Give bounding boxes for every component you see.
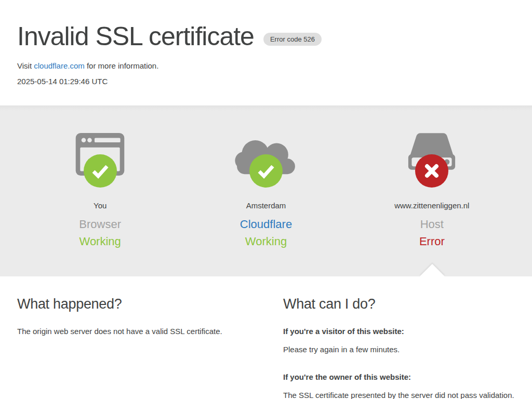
- explanation-section: What happened? The origin web server doe…: [0, 276, 532, 399]
- visit-info-line: Visit cloudflare.com for more informatio…: [17, 61, 515, 70]
- what-happened-heading: What happened?: [17, 296, 249, 312]
- x-icon: [415, 154, 448, 188]
- what-can-i-do-column: What can I do? If you're a visitor of th…: [283, 296, 515, 399]
- error-code-badge: Error code 526: [263, 33, 322, 46]
- status-column-browser: You Browser Working: [17, 105, 183, 248]
- visit-suffix: for more information.: [85, 61, 159, 70]
- what-happened-body: The origin web server does not have a va…: [17, 326, 249, 338]
- status-label: You: [17, 201, 183, 210]
- visitor-subheading: If you're a visitor of this website:: [283, 326, 515, 338]
- visit-prefix: Visit: [17, 61, 34, 70]
- cloudflare-status-link[interactable]: Cloudflare: [240, 218, 292, 231]
- page-title: Invalid SSL certificate: [17, 22, 254, 51]
- what-happened-column: What happened? The origin web server doe…: [17, 296, 249, 399]
- check-icon: [249, 154, 283, 188]
- error-page-header: Invalid SSL certificate Error code 526 V…: [17, 0, 515, 86]
- status-label: www.zittenenliggen.nl: [349, 201, 515, 210]
- timestamp: 2025-05-14 01:29:46 UTC: [17, 77, 515, 86]
- status-name: Browser: [17, 218, 183, 231]
- check-icon: [84, 154, 117, 188]
- owner-subheading: If you're the owner of this website:: [283, 371, 515, 383]
- status-label: Amsterdam: [183, 201, 349, 210]
- status-state: Working: [183, 235, 349, 248]
- visitor-body: Please try again in a few minutes.: [283, 344, 515, 356]
- status-name: Host: [349, 218, 515, 231]
- status-column-cloudflare: Amsterdam Cloudflare Working: [183, 105, 349, 248]
- owner-body: The SSL certificate presented by the ser…: [283, 390, 515, 399]
- status-state: Working: [17, 235, 183, 248]
- cloudflare-link[interactable]: cloudflare.com: [34, 61, 85, 70]
- status-band: You Browser Working Amste: [0, 105, 532, 276]
- status-state: Error: [349, 235, 515, 248]
- what-can-i-do-heading: What can I do?: [283, 296, 515, 312]
- status-column-host: www.zittenenliggen.nl Host Error: [349, 105, 515, 248]
